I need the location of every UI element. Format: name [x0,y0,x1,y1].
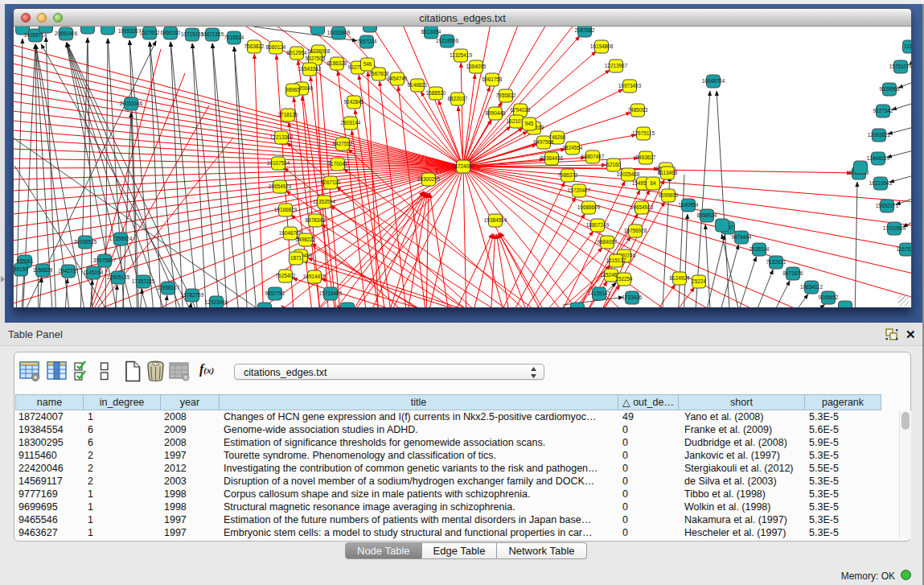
svg-text:16046765: 16046765 [279,230,302,236]
svg-text:9245652: 9245652 [819,295,839,300]
svg-text:7515524: 7515524 [224,35,244,40]
svg-text:9146821: 9146821 [408,82,428,88]
svg-text:9884067: 9884067 [598,239,618,245]
svg-text:2967608: 2967608 [369,71,389,76]
svg-text:11325419: 11325419 [450,52,472,58]
svg-text:8454749: 8454749 [388,76,408,81]
svg-text:16543382: 16543382 [298,66,322,72]
svg-text:64: 64 [650,180,656,186]
svg-text:12923446: 12923446 [205,299,228,305]
svg-text:8113468: 8113468 [658,170,678,175]
svg-text:7857224: 7857224 [357,39,377,44]
svg-text:10958107: 10958107 [157,285,180,290]
svg-text:12444159: 12444159 [867,155,890,161]
svg-text:2718126: 2718126 [278,112,298,117]
svg-text:5498222: 5498222 [296,237,316,242]
svg-text:11353594: 11353594 [313,199,335,204]
svg-text:9327503: 9327503 [306,56,326,61]
svg-text:1145194: 1145194 [84,270,104,275]
svg-text:19654923: 19654923 [630,204,654,210]
svg-text:12905135: 12905135 [107,274,130,280]
svg-text:17359924: 17359924 [109,236,133,241]
svg-text:12093822: 12093822 [868,132,891,138]
svg-text:1156829: 1156829 [33,267,53,273]
svg-text:3824554: 3824554 [563,145,583,150]
svg-text:10688609: 10688609 [577,204,601,210]
svg-text:945: 945 [525,121,534,126]
svg-text:10973493: 10973493 [618,83,642,89]
svg-text:8958924: 8958924 [697,212,717,218]
svg-text:16033809: 16033809 [327,30,351,35]
svg-text:19384554: 19384554 [484,217,507,223]
svg-text:546: 546 [363,61,372,67]
svg-text:8813054: 8813054 [421,29,441,35]
svg-text:7663822: 7663822 [244,43,265,49]
svg-text:19218506: 19218506 [436,38,459,43]
svg-text:2942737: 2942737 [59,268,79,274]
svg-text:62160: 62160 [606,162,621,167]
svg-text:1527602: 1527602 [140,30,160,35]
svg-text:1167534: 1167534 [897,246,911,252]
svg-text:10654112: 10654112 [800,284,823,290]
svg-text:6961758: 6961758 [483,76,503,82]
svg-text:2935114: 2935114 [749,246,770,252]
svg-text:1733426: 1733426 [622,295,643,300]
svg-text:6794028: 6794028 [511,107,531,113]
svg-text:1871: 1871 [290,255,302,261]
svg-text:14139141: 14139141 [588,290,611,296]
svg-text:15692371: 15692371 [876,203,899,208]
svg-text:25224: 25224 [692,278,706,284]
svg-text:2087682: 2087682 [575,27,595,33]
svg-text:8990448: 8990448 [486,110,506,116]
svg-text:19166829: 19166829 [274,207,298,212]
svg-text:9463627: 9463627 [636,154,656,160]
svg-text:16671355: 16671355 [201,31,224,37]
svg-text:8878342: 8878342 [306,217,326,223]
svg-text:20364436: 20364436 [540,155,564,161]
svg-text:9699695: 9699695 [659,192,679,198]
svg-text:98965: 98965 [285,87,300,93]
svg-text:9857791: 9857791 [265,290,285,296]
svg-text:9474444: 9474444 [732,234,752,240]
svg-text:17357225: 17357225 [132,278,155,284]
svg-text:16154808: 16154808 [590,43,614,49]
svg-text:9242845: 9242845 [344,99,364,105]
svg-text:7986372: 7986372 [558,172,578,178]
svg-text:10025488: 10025488 [617,171,640,177]
svg-text:20206535: 20206535 [74,239,97,245]
svg-text:1615132: 1615132 [606,257,626,263]
svg-text:1112: 1112 [904,43,911,49]
svg-text:18724007: 18724007 [452,163,475,169]
svg-text:8124924: 8124924 [670,275,690,281]
svg-text:6966160: 6966160 [161,30,181,35]
svg-text:16210643: 16210643 [869,180,893,186]
svg-text:1588520: 1588520 [426,90,446,96]
svg-text:16782759: 16782759 [181,292,204,298]
svg-text:10807487: 10807487 [581,154,605,159]
svg-text:16648784: 16648784 [702,78,725,84]
svg-text:16914479: 16914479 [303,274,326,279]
svg-text:15720407: 15720407 [568,187,591,193]
svg-text:19654923: 19654923 [269,183,292,189]
svg-text:15751074: 15751074 [889,64,911,69]
svg-text:7632621: 7632621 [766,259,786,265]
svg-text:8186328: 8186328 [327,60,347,66]
svg-text:12213369: 12213369 [270,134,294,140]
svg-text:39975867: 39975867 [93,257,117,263]
svg-text:18300295: 18300295 [417,176,441,182]
svg-text:12213967: 12213967 [605,63,628,68]
svg-text:8427552: 8427552 [333,141,353,146]
svg-text:8267110: 8267110 [321,179,341,185]
svg-text:6497568: 6497568 [534,139,554,145]
svg-text:1364095: 1364095 [466,64,487,69]
svg-text:8471676: 8471676 [783,270,803,276]
svg-text:8660124: 8660124 [266,44,286,50]
svg-text:39159: 39159 [14,266,28,272]
svg-text:9227342: 9227342 [873,108,893,113]
svg-text:18807249: 18807249 [586,222,610,228]
svg-text:7955812: 7955812 [496,93,516,98]
svg-text:8912954: 8912954 [287,50,307,56]
svg-text:10653267: 10653267 [118,28,142,34]
svg-text:252254: 252254 [615,276,633,282]
svg-text:20691406: 20691406 [55,31,78,36]
